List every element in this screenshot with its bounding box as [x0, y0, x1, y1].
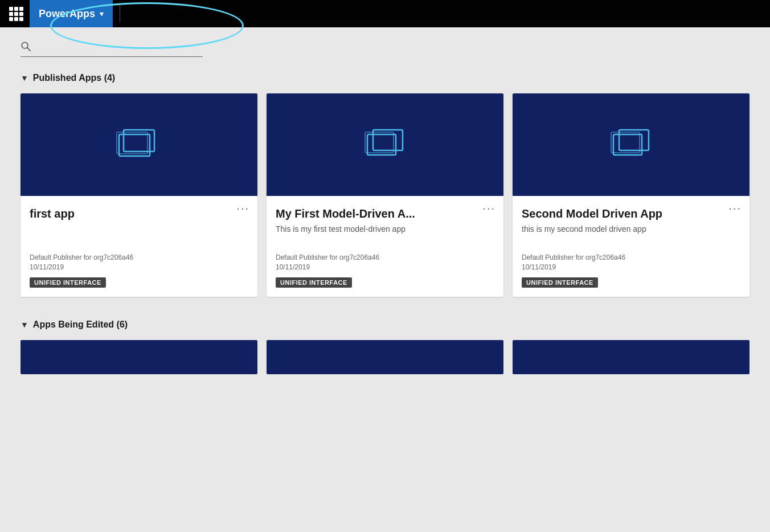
card-badge-1: UNIFIED INTERFACE	[30, 277, 106, 288]
card-image-3	[513, 93, 749, 196]
search-input[interactable]	[35, 43, 195, 53]
section-chevron-icon: ▼	[21, 73, 28, 83]
app-card-2[interactable]: ··· My First Model-Driven A... This is m…	[267, 93, 503, 297]
card-title-2: My First Model-Driven A...	[276, 207, 494, 220]
search-container[interactable]	[21, 41, 203, 57]
app-card-3[interactable]: ··· Second Model Driven App this is my s…	[513, 93, 749, 297]
waffle-icon[interactable]	[7, 5, 25, 23]
bottom-card-1[interactable]	[21, 340, 257, 374]
svg-rect-10	[611, 132, 640, 153]
brand-area[interactable]: PowerApps ▾	[30, 0, 113, 27]
card-image-1	[21, 93, 257, 196]
card-body-2: ··· My First Model-Driven A... This is m…	[267, 196, 503, 297]
card-badge-2: UNIFIED INTERFACE	[276, 277, 352, 288]
svg-line-1	[27, 48, 30, 51]
card-title-3: Second Model Driven App	[522, 207, 740, 220]
card-menu-3[interactable]: ···	[728, 202, 742, 215]
card-image-2	[267, 93, 503, 196]
svg-rect-9	[619, 130, 649, 150]
card-date-3: 10/11/2019	[522, 263, 740, 271]
card-date-1: 10/11/2019	[30, 263, 248, 271]
main-content: ▼ Published Apps (4) ··· first app Defau…	[0, 27, 770, 388]
card-menu-1[interactable]: ···	[236, 202, 249, 215]
card-badge-3: UNIFIED INTERFACE	[522, 277, 598, 288]
published-apps-grid: ··· first app Default Publisher for org7…	[21, 93, 749, 297]
chevron-down-icon: ▾	[100, 9, 104, 18]
top-bar-divider	[120, 5, 120, 22]
card-title-1: first app	[30, 207, 248, 220]
svg-rect-6	[373, 130, 403, 150]
bottom-card-2[interactable]	[267, 340, 503, 374]
apps-being-edited-header: ▼ Apps Being Edited (6)	[21, 320, 749, 330]
card-menu-2[interactable]: ···	[482, 202, 495, 215]
top-bar: PowerApps ▾	[0, 0, 770, 27]
card-description-3: this is my second model driven app	[522, 224, 740, 245]
search-icon	[21, 41, 31, 54]
svg-rect-4	[117, 132, 148, 154]
svg-rect-5	[367, 134, 396, 155]
card-publisher-1: Default Publisher for org7c206a46	[30, 253, 248, 261]
svg-point-0	[22, 42, 28, 48]
app-name: PowerApps	[39, 8, 95, 20]
svg-rect-8	[613, 134, 642, 155]
card-publisher-2: Default Publisher for org7c206a46	[276, 253, 494, 261]
apps-being-edited-section: ▼ Apps Being Edited (6)	[21, 320, 749, 374]
bottom-card-3[interactable]	[513, 340, 749, 374]
card-body-1: ··· first app Default Publisher for org7…	[21, 196, 257, 297]
published-apps-title: Published Apps (4)	[33, 73, 115, 83]
section-chevron-edited-icon: ▼	[21, 320, 28, 329]
card-publisher-3: Default Publisher for org7c206a46	[522, 253, 740, 261]
apps-being-edited-title: Apps Being Edited (6)	[33, 320, 128, 330]
card-description-2: This is my first test model-driven app	[276, 224, 494, 245]
apps-being-edited-grid	[21, 340, 749, 374]
card-body-3: ··· Second Model Driven App this is my s…	[513, 196, 749, 297]
svg-rect-7	[365, 132, 394, 153]
published-apps-header: ▼ Published Apps (4)	[21, 73, 749, 83]
card-description-1	[30, 224, 248, 245]
app-card-1[interactable]: ··· first app Default Publisher for org7…	[21, 93, 257, 297]
card-date-2: 10/11/2019	[276, 263, 494, 271]
